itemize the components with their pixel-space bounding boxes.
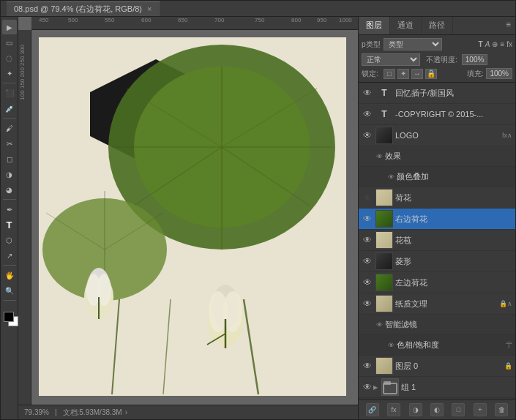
filter-icon-t[interactable]: T [479, 40, 483, 48]
separator3 [3, 199, 16, 200]
layer-expand[interactable]: ∧ [507, 132, 512, 139]
select-tool[interactable]: ▶ [2, 20, 17, 34]
ruler-mark-700: 700 [214, 17, 224, 23]
hand-tool[interactable]: 🖐 [2, 268, 17, 282]
fx-badge2: 亍 [506, 340, 512, 350]
delete-layer-btn[interactable]: 🗑 [495, 403, 508, 416]
layer-name: 回忆插子/新国风 [395, 88, 512, 99]
layer-sub-item[interactable]: 👁 效果 [359, 146, 515, 167]
layer-thumb [375, 252, 393, 270]
separator5 [3, 300, 16, 301]
tab-paths[interactable]: 路径 [422, 17, 453, 34]
panel-menu[interactable]: ≡ [502, 17, 515, 34]
ruler-mark-550: 550 [105, 17, 114, 23]
layer-item[interactable]: 👁 图层 0 🔒 [359, 356, 515, 377]
filter-icon-circle[interactable]: ⊕ [492, 40, 498, 48]
layer-sub-item[interactable]: 👁 色相/饱和度 亍 [359, 335, 515, 356]
layer-visibility[interactable]: 👁 [362, 130, 373, 141]
layer-visibility[interactable]: 👁 [362, 277, 373, 288]
pen-tool[interactable]: ✒ [2, 202, 17, 217]
filter-icon-a[interactable]: A [485, 40, 490, 48]
doc-info-arrow[interactable]: › [125, 408, 127, 416]
layer-sub-group-item[interactable]: 👁 右边荷花 [359, 398, 515, 400]
layer-visibility[interactable]: 👁 [362, 298, 373, 310]
layer-visibility[interactable]: 👁 [362, 360, 373, 372]
crop-tool[interactable]: ⬛ [2, 86, 17, 100]
expand-badge[interactable]: ∧ [507, 300, 512, 307]
opacity-value[interactable]: 100% [462, 54, 488, 65]
eyedropper-tool[interactable]: 💉 [2, 101, 17, 116]
layer-item[interactable]: 👁 T 回忆插子/新国风 [359, 83, 515, 104]
layer-visibility[interactable]: 👁 [362, 234, 373, 246]
layer-visibility[interactable]: 👁 [362, 213, 373, 225]
gradient-tool[interactable]: ◑ [2, 167, 17, 181]
text-tool[interactable]: T [2, 217, 17, 232]
layer-sub-item[interactable]: 👁 颜色叠加 [359, 167, 515, 187]
shape-tool[interactable]: ⬡ [2, 233, 17, 247]
lock-transparent[interactable]: □ [384, 69, 395, 79]
tab-layers[interactable]: 图层 [359, 17, 390, 34]
new-group-btn[interactable]: □ [452, 403, 465, 416]
layer-name: 菱形 [395, 256, 512, 267]
lasso-tool[interactable]: ◌ [2, 50, 17, 65]
tab-channels[interactable]: 通道 [390, 17, 422, 34]
marquee-tool[interactable]: ▭ [2, 35, 17, 50]
layer-item[interactable]: 👁 LOGO fx ∧ [359, 125, 515, 146]
foreground-color[interactable] [4, 312, 14, 322]
layer-item[interactable]: 👁 荷花 [359, 187, 515, 209]
layer-item-active[interactable]: 👁 右边荷花 [359, 209, 515, 230]
clone-tool[interactable]: ✂ [2, 136, 17, 151]
new-layer-btn[interactable]: + [474, 403, 487, 416]
layer-style-btn[interactable]: fx [387, 403, 400, 416]
layer-thumb [375, 210, 393, 228]
svg-line-29 [244, 299, 258, 394]
effect-eye[interactable]: 👁 [376, 321, 383, 329]
tab-close[interactable]: × [147, 4, 152, 13]
lock-pixels[interactable]: ✦ [397, 69, 409, 79]
main-area: ▶ ▭ ◌ ✦ ⬛ 💉 🖌 ✂ ◻ ◑ ◕ ✒ T ⬡ ↗ 🖐 🔍 [1, 17, 515, 419]
path-select-tool[interactable]: ↗ [2, 248, 17, 263]
document-tab[interactable]: 08.psd @ 79.4% (右边荷花, RGB/8) × [7, 1, 160, 16]
layer-group-item[interactable]: 👁 ▶ 组 1 [359, 377, 515, 398]
layer-item[interactable]: 👁 花苞 [359, 230, 515, 251]
filter-select[interactable]: 类型 [384, 38, 442, 50]
effect-eye[interactable]: 👁 [376, 153, 383, 160]
layer-item[interactable]: 👁 纸质文理 🔒 ∧ [359, 293, 515, 315]
layer-visibility[interactable]: 👁 [362, 192, 373, 203]
lock-icons: □ ✦ ↔ 🔒 [384, 69, 437, 79]
layer-sub-item[interactable]: 👁 智能滤镜 [359, 315, 515, 335]
fill-value[interactable]: 100% [486, 68, 512, 79]
layer-visibility[interactable]: 👁 [362, 255, 373, 267]
effect-eye[interactable]: 👁 [388, 173, 395, 181]
group-arrow[interactable]: ▶ [373, 384, 378, 391]
lock-all[interactable]: 🔒 [425, 69, 437, 79]
layer-item[interactable]: 👁 T -COPYRIGHT © 2015-... [359, 104, 515, 125]
blend-mode-select[interactable]: 正常 [362, 53, 420, 66]
filter-icon-lines[interactable]: ≡ [500, 40, 504, 48]
filter-icon-fx[interactable]: fx [506, 40, 512, 48]
stems [97, 299, 317, 396]
art-canvas [39, 37, 346, 396]
layer-item[interactable]: 👁 左边荷花 [359, 272, 515, 293]
effect-eye[interactable]: 👁 [388, 342, 395, 349]
layer-name: 组 1 [401, 382, 512, 393]
lock-position[interactable]: ↔ [411, 69, 423, 79]
zoom-tool[interactable]: 🔍 [2, 283, 17, 298]
layer-mask-btn[interactable]: ◑ [409, 403, 422, 416]
layer-controls: p类型 类型 T A ⊕ ≡ fx 正常 [359, 35, 515, 83]
layer-visibility[interactable]: 👁 [362, 108, 373, 120]
magic-wand-tool[interactable]: ✦ [2, 66, 17, 80]
layers-list: 👁 T 回忆插子/新国风 👁 T -COPYRIGHT © 2015-... 👁… [359, 83, 515, 400]
canvas-content[interactable] [31, 30, 358, 405]
link-layers-btn[interactable]: 🔗 [366, 403, 379, 416]
doc-info: 文档:5.93M/38.3M [63, 408, 122, 418]
lock-label: 锁定: [362, 69, 382, 79]
adjustment-layer-btn[interactable]: ◐ [430, 403, 444, 416]
layer-visibility[interactable]: 👁 [362, 381, 373, 393]
eraser-tool[interactable]: ◻ [2, 151, 17, 166]
layer-visibility[interactable]: 👁 [362, 87, 373, 99]
brush-tool[interactable]: 🖌 [2, 121, 17, 135]
layer-name: 左边荷花 [395, 277, 512, 288]
dodge-tool[interactable]: ◕ [2, 182, 17, 197]
layer-item[interactable]: 👁 菱形 [359, 251, 515, 272]
